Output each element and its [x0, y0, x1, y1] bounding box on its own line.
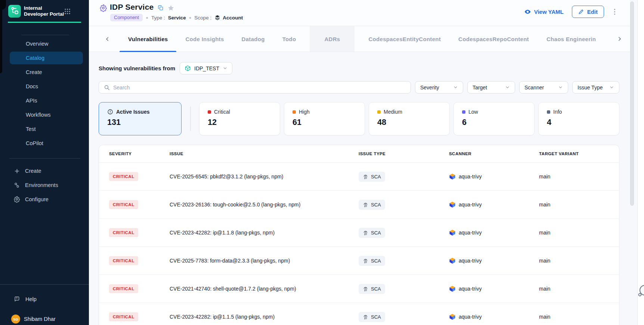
- sidebar-item-test[interactable]: Test: [0, 122, 89, 136]
- right-gutter: [637, 0, 644, 325]
- page-title: IDP Service: [110, 3, 154, 12]
- stat-label: High: [299, 109, 310, 115]
- table-row[interactable]: CRITICALCVE-2023-42282: ip@1.1.5 (lang-p…: [99, 303, 619, 325]
- issue-type-label: SCA: [371, 314, 381, 320]
- scanner-name: aqua-trivy: [459, 314, 482, 320]
- tab-codespacesrepocontent[interactable]: CodespacesRepoContent: [458, 26, 529, 52]
- filter-severity[interactable]: Severity: [415, 81, 463, 93]
- tabs-scroll-right-icon[interactable]: [617, 36, 622, 42]
- user-menu[interactable]: SD Shibam Dhar: [11, 315, 56, 324]
- avatar: SD: [11, 315, 20, 324]
- tab-label: Vulnerabilities: [128, 36, 168, 42]
- divider: [0, 284, 89, 285]
- cube-icon: [185, 65, 191, 71]
- entity-header: IDP Service Component ● Type : Service ●…: [89, 0, 630, 26]
- filter-scanner[interactable]: Scanner: [519, 81, 568, 93]
- sidebar-item-create[interactable]: Create: [0, 65, 89, 79]
- view-yaml-button[interactable]: View YAML: [524, 8, 564, 15]
- table-row[interactable]: CRITICALCVE-2023-42282: ip@1.1.8 (lang-p…: [99, 219, 619, 247]
- sidebar-action-create[interactable]: Create: [0, 164, 89, 178]
- table-row[interactable]: CRITICALCVE-2025-7783: form-data@2.3.3 (…: [99, 247, 619, 275]
- severity-dot: [377, 110, 381, 114]
- sidebar-item-workflows[interactable]: Workflows: [0, 108, 89, 122]
- pencil-icon: [578, 9, 584, 15]
- tab-code-insights[interactable]: Code Insights: [185, 26, 224, 52]
- sidebar-item-apis[interactable]: APIs: [0, 93, 89, 108]
- issue-type-cell: SCA: [359, 172, 449, 182]
- sidebar-item-label: Workflows: [26, 112, 51, 118]
- stat-card-high[interactable]: High61: [284, 102, 365, 135]
- accent-rule: [8, 22, 81, 23]
- more-options-kebab-icon[interactable]: [612, 7, 617, 16]
- tab-codespacesentitycontent[interactable]: CodespacesEntityContent: [368, 26, 441, 52]
- stat-card-critical[interactable]: Critical12: [199, 102, 280, 135]
- tab-adrs[interactable]: ADRs: [310, 26, 354, 52]
- column-header-severity: SEVERITY: [109, 151, 170, 156]
- stat-card-low[interactable]: Low6: [453, 102, 535, 135]
- separator-dot: ●: [146, 15, 148, 20]
- filter-label: Scanner: [524, 85, 544, 91]
- filter-label: Target: [473, 85, 487, 91]
- tab-datadog[interactable]: Datadog: [242, 26, 265, 52]
- source-selector[interactable]: IDP_TEST: [180, 62, 232, 74]
- sidebar-item-label: Test: [26, 126, 36, 132]
- tab-label: Code Insights: [185, 36, 224, 42]
- chat-widget-partial[interactable]: [636, 283, 644, 301]
- sidebar-item-catalog[interactable]: Catalog: [10, 52, 83, 64]
- stat-value: 48: [377, 118, 449, 127]
- stat-card-info[interactable]: Info4: [538, 102, 619, 135]
- table-row[interactable]: CRITICALCVE-2021-42740: shell-quote@1.7.…: [99, 275, 619, 303]
- scrollbar[interactable]: [630, 1, 634, 206]
- filters: SeverityTargetScannerIssue Type: [415, 81, 619, 93]
- issue-title: CVE-2025-7783: form-data@2.3.3 (lang-pkg…: [170, 258, 290, 264]
- stat-card-medium[interactable]: Medium48: [369, 102, 450, 135]
- stat-value: 12: [208, 118, 280, 127]
- target-variant-cell: main: [539, 173, 619, 180]
- separator-dot: ●: [189, 15, 192, 20]
- tab-chaos-engineerin[interactable]: Chaos Engineerin: [547, 26, 596, 52]
- search-input[interactable]: [113, 85, 406, 91]
- favorite-star-icon[interactable]: [167, 4, 174, 13]
- severity-dot: [292, 110, 296, 114]
- filter-target[interactable]: Target: [467, 81, 515, 93]
- issue-cell: CVE-2021-42740: shell-quote@1.7.2 (lang-…: [170, 285, 359, 292]
- issue-type-badge: SCA: [359, 200, 385, 210]
- tabs-bar: VulnerabilitiesCode InsightsDatadogTodoA…: [89, 26, 630, 52]
- severity-dot: [208, 110, 211, 114]
- stat-label: Critical: [214, 109, 230, 115]
- severity-badge: CRITICAL: [109, 256, 138, 265]
- copy-icon[interactable]: [158, 5, 164, 12]
- sidebar-action-label: Create: [25, 168, 41, 174]
- severity-badge: CRITICAL: [109, 228, 138, 237]
- stat-value: 6: [462, 118, 534, 127]
- tab-todo[interactable]: Todo: [282, 26, 296, 52]
- target-variant: main: [539, 286, 550, 292]
- table-row[interactable]: CRITICALCVE-2023-26136: tough-cookie@2.5…: [99, 191, 619, 219]
- apps-grid-icon[interactable]: [64, 8, 71, 16]
- app-title: Internal Developer Portal: [24, 5, 64, 17]
- severity-cards: Critical12High61Medium48Low6Info4: [199, 102, 619, 135]
- scanner-cell: aqua-trivy: [449, 201, 539, 208]
- sidebar-action-configure[interactable]: Configure: [0, 192, 89, 206]
- edit-button[interactable]: Edit: [572, 6, 604, 18]
- issue-type-cell: SCA: [359, 256, 449, 266]
- tab-vulnerabilities[interactable]: Vulnerabilities: [128, 26, 168, 52]
- sidebar-action-environments[interactable]: Environments: [0, 178, 89, 192]
- tabs-scroll-left-icon[interactable]: [105, 36, 110, 42]
- portal-logo-icon: [10, 6, 19, 16]
- table-row[interactable]: CRITICALCVE-2025-6545: pbkdf2@3.1.2 (lan…: [99, 163, 619, 191]
- help-label: Help: [25, 296, 37, 302]
- severity-badge: CRITICAL: [109, 312, 138, 321]
- severity-dot: [547, 110, 550, 114]
- sidebar-item-copilot[interactable]: CoPilot: [0, 136, 89, 150]
- issue-cell: CVE-2025-7783: form-data@2.3.3 (lang-pkg…: [170, 257, 359, 264]
- trivy-scanner-icon: [449, 201, 456, 208]
- active-issues-card[interactable]: Active Issues 131: [99, 102, 182, 135]
- sidebar-item-docs[interactable]: Docs: [0, 79, 89, 93]
- sidebar-item-overview[interactable]: Overview: [0, 37, 89, 51]
- account-scope-icon: [214, 15, 220, 21]
- help-button[interactable]: ? Help: [13, 295, 37, 304]
- chevron-down-icon: [223, 66, 227, 71]
- filter-issue-type[interactable]: Issue Type: [572, 81, 619, 93]
- svg-text:?: ?: [16, 297, 18, 300]
